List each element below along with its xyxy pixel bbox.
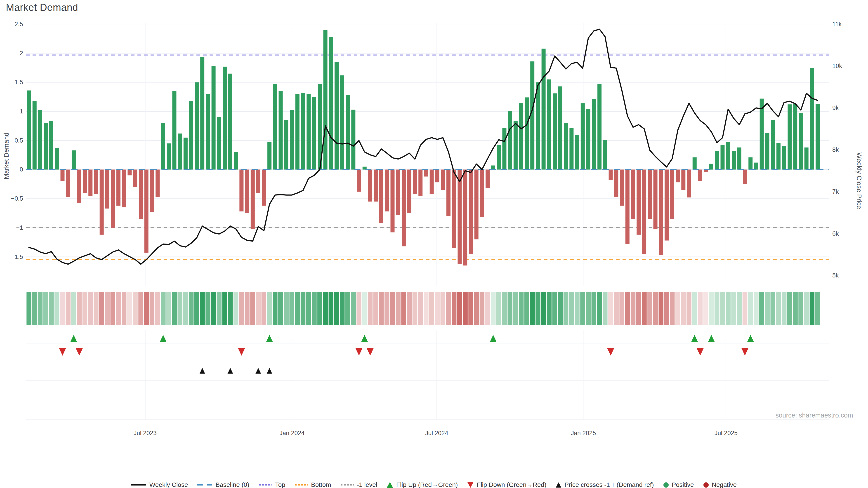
legend-item-baseline[interactable]: Baseline (0) [197,481,249,488]
demand-bar [787,104,792,169]
demand-bar [502,128,506,170]
price-cross-markers [199,368,272,374]
heatmap-cell [32,292,37,325]
demand-bar [329,37,333,170]
heatmap-cell [345,292,350,325]
demand-bar [771,120,775,170]
demand-bar [754,163,758,170]
heatmap-cell [608,292,613,325]
demand-bar [49,121,53,170]
legend-item-minus-one-level[interactable]: -1 level [341,481,377,488]
demand-bar [340,75,344,170]
demand-bar [251,170,255,229]
demand-bar [77,170,81,203]
heatmap-cell [390,292,395,325]
heatmap-cell [362,292,367,325]
legend-item-bottom[interactable]: Bottom [295,481,331,488]
demand-bar [480,170,484,217]
heatmap-cell [267,292,272,325]
demand-bar [301,93,305,170]
demand-bar [659,170,663,255]
left-axis-tick: 2.5 [0,21,23,28]
price-cross-marker [256,368,261,374]
right-axis-tick: 11k [832,21,866,28]
price-cross-marker [228,368,233,374]
legend-item-flip-down[interactable]: Flip Down (Green→Red) [467,481,546,488]
heatmap-cell [239,292,244,325]
demand-bar [469,170,473,254]
demand-bar [452,170,456,248]
demand-bar [379,170,383,223]
heatmap-cell [138,292,143,325]
heatmap-cell [278,292,283,325]
chart-canvas[interactable] [0,0,868,488]
demand-bar [586,109,590,170]
demand-bar [335,62,339,169]
legend-item-flip-up[interactable]: Flip Up (Red→Green) [387,481,458,488]
heatmap-cell [245,292,249,325]
heatmap-cell [692,292,697,325]
demand-bar [105,170,109,208]
flip-down-marker [59,348,66,356]
demand-bar [737,148,741,170]
legend-label: Flip Down (Green→Red) [477,481,546,488]
legend-item-top[interactable]: Top [259,481,285,488]
heatmap-cell [625,292,630,325]
heatmap-cell [457,292,462,325]
demand-bar [189,101,193,170]
heatmap-cell [709,292,714,325]
heatmap-cell [743,292,747,325]
heatmap-cell [804,292,809,325]
demand-bar [497,145,501,169]
demand-bar [553,93,557,169]
demand-bar [525,97,529,169]
legend-item-weekly-close[interactable]: Weekly Close [131,481,188,488]
legend-label: Weekly Close [149,481,188,488]
heatmap-cell [435,292,440,325]
legend-item-negative[interactable]: Negative [704,481,737,488]
demand-bar [239,170,243,212]
x-axis-tick: Jul 2024 [412,430,462,437]
demand-bar [514,121,518,170]
heatmap-cell [507,292,512,325]
demand-bar [692,157,697,169]
heatmap-cell [619,292,624,325]
legend-label: Positive [672,481,694,488]
heatmap-cell [541,292,546,325]
demand-bar [569,128,574,170]
heatmap-cell [798,292,803,325]
demand-bar [458,170,462,264]
demand-bar [172,91,176,169]
heatmap-cell [580,292,585,325]
heatmap-cell [815,292,820,325]
left-axis-tick: −0.5 [0,195,23,202]
demand-bar [284,120,288,170]
demand-bar [122,170,126,207]
demand-bar [290,110,294,170]
heatmap-cell [737,292,742,325]
heatmap-cell [563,292,568,325]
demand-bar [43,123,48,170]
demand-bar [351,109,355,169]
demand-bar [765,133,769,169]
demand-bar [776,143,780,169]
demand-bar [424,170,428,177]
demand-bar [139,170,143,219]
heatmap-cell [356,292,361,325]
flip-down-marker [697,348,704,356]
heatmap-cell [284,292,289,325]
legend-item-price-crosses[interactable]: Price crosses -1 ↑ (Demand ref) [556,481,654,488]
demand-bar [681,170,685,190]
heatmap-cell [474,292,479,325]
heatmap-cell [83,292,87,325]
right-axis-tick: 10k [832,62,866,70]
demand-bar [228,74,232,170]
demand-bar [536,82,540,169]
flip-up-marker [361,335,368,342]
heatmap-cell [558,292,563,325]
demand-bar [732,151,736,169]
demand-bar [234,152,238,169]
heatmap-cell [228,292,232,325]
legend-label: Flip Up (Red→Green) [396,481,458,488]
legend-item-positive[interactable]: Positive [663,481,694,488]
